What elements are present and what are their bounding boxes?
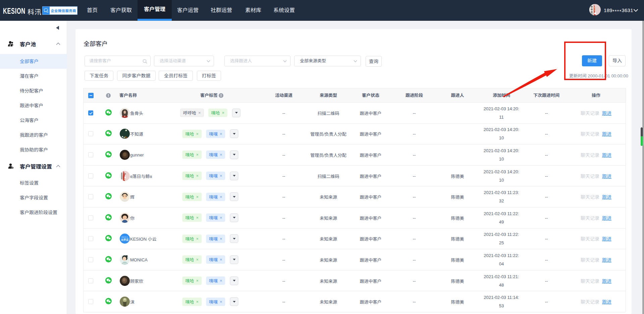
- svg-text:云开店: 云开店: [121, 238, 129, 241]
- svg-text:KESION 云: KESION 云: [121, 236, 128, 238]
